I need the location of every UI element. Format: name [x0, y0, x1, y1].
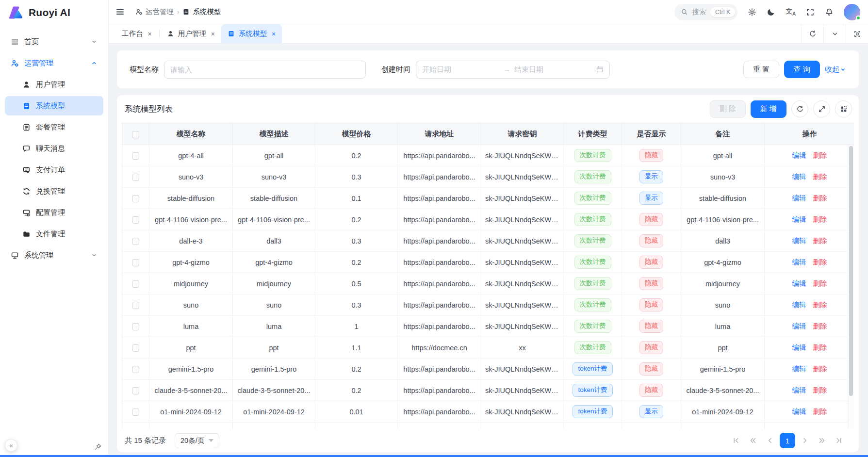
delete-link[interactable]: 删除: [813, 322, 827, 330]
delete-button[interactable]: 删 除: [710, 100, 746, 118]
expand-table-icon[interactable]: [813, 100, 830, 117]
maximize-content-icon[interactable]: [846, 24, 868, 43]
fullscreen-icon[interactable]: [806, 8, 815, 16]
delete-link[interactable]: 删除: [813, 343, 827, 351]
query-button[interactable]: 查 询: [784, 61, 820, 78]
reset-button[interactable]: 重 置: [743, 61, 779, 78]
column-header[interactable]: 模型名称: [149, 123, 233, 145]
sidebar-item-config-mgmt[interactable]: 配置管理: [5, 203, 103, 222]
edit-link[interactable]: 编辑: [792, 237, 806, 245]
sidebar-item-home[interactable]: 首页: [5, 32, 103, 51]
breadcrumb-current[interactable]: 系统模型: [182, 7, 221, 16]
global-search[interactable]: 搜索 Ctrl K: [674, 4, 737, 20]
delete-link[interactable]: 删除: [813, 408, 827, 415]
edit-link[interactable]: 编辑: [792, 151, 806, 159]
tab-close-icon[interactable]: ×: [272, 30, 276, 38]
sidebar-item-chat-messages[interactable]: 聊天消息: [5, 139, 103, 158]
tab-system-model[interactable]: 系统模型×: [221, 24, 282, 43]
column-header[interactable]: 备注: [681, 123, 765, 145]
edit-link[interactable]: 编辑: [792, 173, 806, 180]
column-header[interactable]: 操作: [765, 123, 854, 145]
page-size-select[interactable]: 20条/页: [175, 433, 219, 448]
last-page-button[interactable]: [832, 433, 846, 448]
column-header[interactable]: 是否显示: [622, 123, 681, 145]
tab-user-mgmt[interactable]: 用户管理×: [161, 24, 221, 43]
tab-options-chevron-icon[interactable]: [823, 24, 846, 43]
tab-workbench[interactable]: 工作台×: [115, 24, 158, 43]
refresh-table-icon[interactable]: [791, 100, 808, 117]
row-checkbox[interactable]: [132, 387, 139, 394]
model-name-input[interactable]: [164, 61, 366, 79]
sidebar-item-file-mgmt[interactable]: 文件管理: [5, 224, 103, 244]
prev-page-button[interactable]: [763, 433, 777, 448]
delete-link[interactable]: 删除: [813, 194, 827, 202]
date-range-picker[interactable]: 开始日期 → 结束日期: [416, 61, 610, 79]
column-header[interactable]: 请求地址: [398, 123, 481, 145]
row-checkbox[interactable]: [132, 259, 139, 266]
tab-close-icon[interactable]: ×: [148, 30, 152, 38]
edit-link[interactable]: 编辑: [792, 365, 806, 373]
column-header[interactable]: 请求密钥: [481, 123, 564, 145]
sidebar-item-payment-orders[interactable]: 支付订单: [5, 160, 103, 180]
next-5-pages-button[interactable]: [815, 433, 829, 448]
delete-link[interactable]: 删除: [813, 258, 827, 266]
next-page-button[interactable]: [798, 433, 812, 448]
sidebar-toggle-icon[interactable]: [115, 7, 125, 16]
delete-link[interactable]: 删除: [813, 279, 827, 287]
row-checkbox[interactable]: [132, 174, 139, 181]
edit-link[interactable]: 编辑: [792, 215, 806, 223]
select-all-checkbox[interactable]: [132, 131, 139, 138]
dark-mode-moon-icon[interactable]: [767, 8, 775, 16]
delete-link[interactable]: 删除: [813, 365, 827, 373]
breadcrumb-parent[interactable]: 运营管理: [135, 7, 174, 16]
sidebar-item-package-mgmt[interactable]: 套餐管理: [5, 117, 103, 137]
prev-5-pages-button[interactable]: [746, 433, 760, 448]
sidebar-item-redeem-mgmt[interactable]: 兑换管理: [5, 181, 103, 201]
notifications-bell-icon[interactable]: [825, 8, 834, 16]
edit-link[interactable]: 编辑: [792, 343, 806, 351]
row-checkbox[interactable]: [132, 366, 139, 373]
edit-link[interactable]: 编辑: [792, 408, 806, 415]
row-checkbox[interactable]: [132, 408, 139, 416]
delete-link[interactable]: 删除: [813, 237, 827, 245]
brand[interactable]: Ruoyi AI: [0, 0, 108, 25]
column-header[interactable]: 计费类型: [564, 123, 622, 145]
pin-sidebar-icon[interactable]: [94, 443, 102, 451]
delete-link[interactable]: 删除: [813, 386, 827, 394]
delete-link[interactable]: 删除: [813, 215, 827, 223]
scrollbar-thumb[interactable]: [849, 146, 853, 396]
edit-link[interactable]: 编辑: [792, 258, 806, 266]
row-checkbox[interactable]: [132, 323, 139, 330]
delete-link[interactable]: 删除: [813, 173, 827, 180]
language-translate-icon[interactable]: 文A: [786, 8, 796, 16]
edit-link[interactable]: 编辑: [792, 194, 806, 202]
tab-close-icon[interactable]: ×: [211, 30, 215, 38]
add-button[interactable]: 新 增: [751, 100, 786, 118]
row-checkbox[interactable]: [132, 238, 139, 245]
row-checkbox[interactable]: [132, 344, 139, 352]
row-checkbox[interactable]: [132, 216, 139, 224]
edit-link[interactable]: 编辑: [792, 322, 806, 330]
refresh-page-icon[interactable]: [801, 24, 823, 43]
row-checkbox[interactable]: [132, 302, 139, 309]
current-page[interactable]: 1: [780, 433, 795, 448]
collapse-sidebar-fab[interactable]: «: [5, 439, 17, 452]
settings-gear-icon[interactable]: [748, 8, 756, 16]
user-avatar[interactable]: [844, 4, 860, 20]
delete-link[interactable]: 删除: [813, 301, 827, 309]
column-settings-icon[interactable]: [835, 100, 852, 117]
edit-link[interactable]: 编辑: [792, 386, 806, 394]
column-header[interactable]: 模型价格: [315, 123, 398, 145]
row-checkbox[interactable]: [132, 152, 139, 160]
delete-link[interactable]: 删除: [813, 151, 827, 159]
sidebar-item-system-model[interactable]: 系统模型: [5, 96, 103, 115]
sidebar-item-operation-mgmt[interactable]: 运营管理: [5, 53, 103, 73]
collapse-filter-link[interactable]: 收起: [825, 65, 846, 74]
edit-link[interactable]: 编辑: [792, 301, 806, 309]
sidebar-item-user-mgmt[interactable]: 用户管理: [5, 75, 103, 94]
row-checkbox[interactable]: [132, 280, 139, 288]
sidebar-item-system-mgmt[interactable]: 系统管理: [5, 245, 103, 265]
row-checkbox[interactable]: [132, 195, 139, 202]
table-scrollbar[interactable]: [848, 145, 854, 429]
edit-link[interactable]: 编辑: [792, 279, 806, 287]
